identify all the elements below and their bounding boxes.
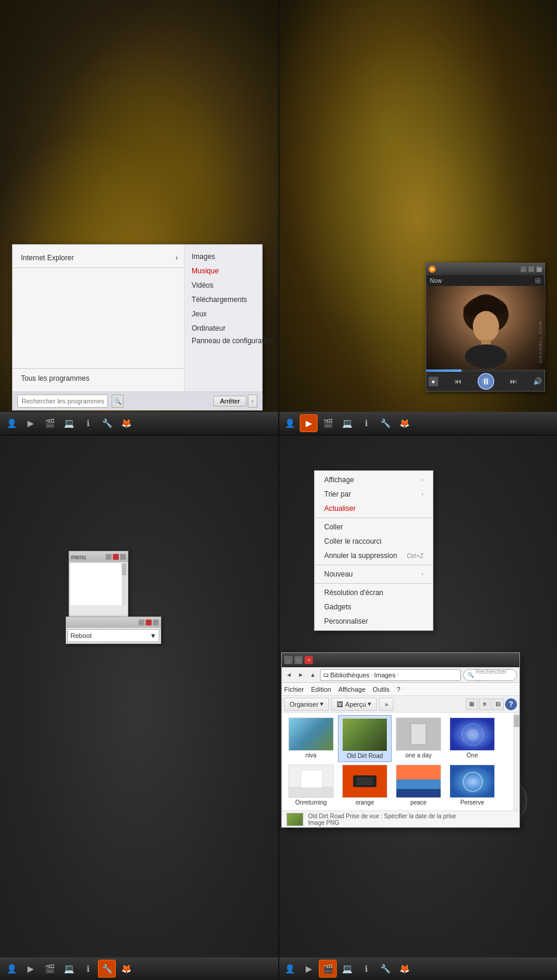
taskbar-icon-play-br[interactable]: ▶ xyxy=(300,960,318,978)
taskbar-icon-computer-bl[interactable]: 💻 xyxy=(60,960,78,978)
fe-menu-fichier[interactable]: Fichier xyxy=(284,686,304,693)
fe-back-button[interactable]: ◄ xyxy=(284,670,294,680)
fe-forward-button[interactable]: ► xyxy=(296,670,306,680)
fe-menu-affichage[interactable]: Affichage xyxy=(338,686,366,693)
taskbar-icon-play-tr[interactable]: ▶ xyxy=(300,414,318,432)
fe-file-one[interactable]: One xyxy=(445,715,499,762)
menu-telechargements[interactable]: Téléchargements xyxy=(184,292,262,307)
menu-ordinateur[interactable]: Ordinateur xyxy=(184,321,262,335)
ctx-coller-raccourci[interactable]: Coller le raccourci xyxy=(315,534,433,548)
taskbar-icon-firefox-tl[interactable]: 🦊 xyxy=(117,414,135,432)
media-grid-button[interactable]: ⊞ xyxy=(536,266,542,272)
widget-extra-button[interactable]: □ xyxy=(120,554,126,560)
fe-menu-edition[interactable]: Edition xyxy=(311,686,331,693)
media-maximize-button[interactable]: □ xyxy=(528,266,534,272)
search-button[interactable]: 🔍 xyxy=(112,395,124,408)
fe-file-niva[interactable]: niva xyxy=(284,715,338,762)
media-playpause-button[interactable]: ⏸ xyxy=(478,373,494,390)
widget-close-button[interactable]: ✕ xyxy=(113,554,119,560)
fe-menu-help[interactable]: ? xyxy=(396,686,400,693)
taskbar-icon-user-tl[interactable]: 👤 xyxy=(2,414,20,432)
fe-file-oldroad[interactable]: Old Dirt Road xyxy=(338,715,392,762)
taskbar-icon-video-tr[interactable]: 🎬 xyxy=(319,414,337,432)
fe-file-peace[interactable]: peace xyxy=(392,762,445,808)
fe-file-oneaday[interactable]: one a day xyxy=(392,715,445,762)
fe-up-button[interactable]: ▲ xyxy=(308,670,318,680)
ctx-resolution[interactable]: Résolution d'écran xyxy=(315,585,433,600)
taskbar-icon-user-tr[interactable]: 👤 xyxy=(281,414,298,432)
menu-jeux[interactable]: Jeux xyxy=(184,307,262,321)
media-minimize-button[interactable]: – xyxy=(521,266,527,272)
taskbar-icon-play-tl[interactable]: ▶ xyxy=(21,414,39,432)
taskbar-icon-user-bl[interactable]: 👤 xyxy=(2,960,20,978)
taskbar-bl: 👤 ▶ 🎬 💻 ℹ 🔧 🦊 xyxy=(0,957,278,980)
fe-btn-organiser[interactable]: Organiser ▾ xyxy=(284,698,329,711)
shutdown-arrow-button[interactable]: › xyxy=(248,395,257,408)
taskbar-icon-computer-tl[interactable]: 💻 xyxy=(60,414,78,432)
menu-musique[interactable]: Musique xyxy=(184,264,262,278)
fe-title-buttons: – □ ✕ xyxy=(284,656,313,664)
svg-point-3 xyxy=(473,294,499,313)
media-stop-button[interactable]: ■ xyxy=(429,377,438,386)
taskbar-icon-tools-tl[interactable]: 🔧 xyxy=(98,414,116,432)
taskbar-icon-video-bl[interactable]: 🎬 xyxy=(41,960,59,978)
media-volume-button[interactable]: 🔊 xyxy=(533,377,542,386)
widget-minimize-button[interactable]: – xyxy=(106,554,112,560)
fe-btn-apercu[interactable]: 🖼 Aperçu ▾ xyxy=(331,698,377,711)
taskbar-icon-tools-bl[interactable]: 🔧 xyxy=(98,960,116,978)
ctx-nouveau[interactable]: Nouveau › xyxy=(315,567,433,581)
fe-minimize-button[interactable]: – xyxy=(284,656,293,664)
fe-view-btn-3[interactable]: ⊟ xyxy=(492,698,504,710)
fe-vscrollbar[interactable] xyxy=(513,713,519,810)
media-prev-button[interactable]: ⏮ xyxy=(452,375,464,387)
taskbar-icon-firefox-br[interactable]: 🦊 xyxy=(395,960,413,978)
menu-images[interactable]: Images xyxy=(184,249,262,264)
ctx-affichage[interactable]: Affichage › xyxy=(315,473,433,487)
taskbar-icon-info-tr[interactable]: ℹ xyxy=(357,414,375,432)
start-menu-ie[interactable]: Internet Explorer › xyxy=(13,251,184,265)
fe-maximize-button[interactable]: □ xyxy=(294,656,303,664)
fe-search-box[interactable]: 🔍 Rechercher ... xyxy=(463,669,517,681)
ctx-personnaliser[interactable]: Personnaliser xyxy=(315,614,433,628)
taskbar-icon-play-bl[interactable]: ▶ xyxy=(21,960,39,978)
taskbar-icon-tools-tr[interactable]: 🔧 xyxy=(376,414,394,432)
fe-menu-outils[interactable]: Outils xyxy=(373,686,389,693)
dropdown-minimize-button[interactable]: – xyxy=(139,620,144,625)
fe-view-btn-1[interactable]: ⊞ xyxy=(466,698,478,710)
menu-videos[interactable]: Vidéos xyxy=(184,278,262,292)
taskbar-icon-video-br[interactable]: 🎬 xyxy=(319,960,337,978)
taskbar-icon-firefox-bl[interactable]: 🦊 xyxy=(117,960,135,978)
taskbar-icon-computer-br[interactable]: 💻 xyxy=(338,960,356,978)
fe-close-button[interactable]: ✕ xyxy=(304,656,313,664)
widget-scrollbar[interactable] xyxy=(122,563,127,605)
fe-file-onreturning[interactable]: Onreturning xyxy=(284,762,338,808)
fe-file-orange[interactable]: orange xyxy=(338,762,392,808)
ctx-gadgets[interactable]: Gadgets xyxy=(315,600,433,614)
all-programs[interactable]: Tous les programmes xyxy=(13,371,184,386)
fe-view-btn-2[interactable]: ≡ xyxy=(479,698,491,710)
dropdown-close-button[interactable]: ✕ xyxy=(146,620,152,625)
ctx-annuler[interactable]: Annuler la suppression Ctrl+Z xyxy=(315,548,433,563)
taskbar-icon-firefox-tr[interactable]: 🦊 xyxy=(395,414,413,432)
ctx-actualiser[interactable]: Actualiser xyxy=(315,501,433,516)
fe-file-perserve[interactable]: Perserve xyxy=(445,762,499,808)
taskbar-icon-info-tl[interactable]: ℹ xyxy=(79,414,97,432)
taskbar-icon-video-tl[interactable]: 🎬 xyxy=(41,414,59,432)
taskbar-icon-info-bl[interactable]: ℹ xyxy=(79,960,97,978)
fe-status-type: Image PNG xyxy=(308,819,456,826)
dropdown-extra-button[interactable]: □ xyxy=(153,620,159,625)
taskbar-icon-user-br[interactable]: 👤 xyxy=(281,960,298,978)
search-input[interactable] xyxy=(17,395,108,408)
taskbar-icon-computer-tr[interactable]: 💻 xyxy=(338,414,356,432)
dropdown-select[interactable]: Reboot ▼ xyxy=(67,629,159,642)
fe-btn-extra[interactable]: » xyxy=(379,698,393,711)
ctx-coller[interactable]: Coller xyxy=(315,520,433,534)
ctx-trier[interactable]: Trier par › xyxy=(315,487,433,501)
fe-help-button[interactable]: ? xyxy=(505,698,517,710)
taskbar-icon-info-br[interactable]: ℹ xyxy=(357,960,375,978)
taskbar-icon-tools-br[interactable]: 🔧 xyxy=(376,960,394,978)
fe-breadcrumb[interactable]: 🗂 Bibliothèques › Images › xyxy=(320,669,461,681)
shutdown-button[interactable]: Arrêter xyxy=(213,396,247,406)
menu-panneau[interactable]: Panneau de configuration xyxy=(184,335,262,348)
media-next-button[interactable]: ⏭ xyxy=(507,375,519,387)
